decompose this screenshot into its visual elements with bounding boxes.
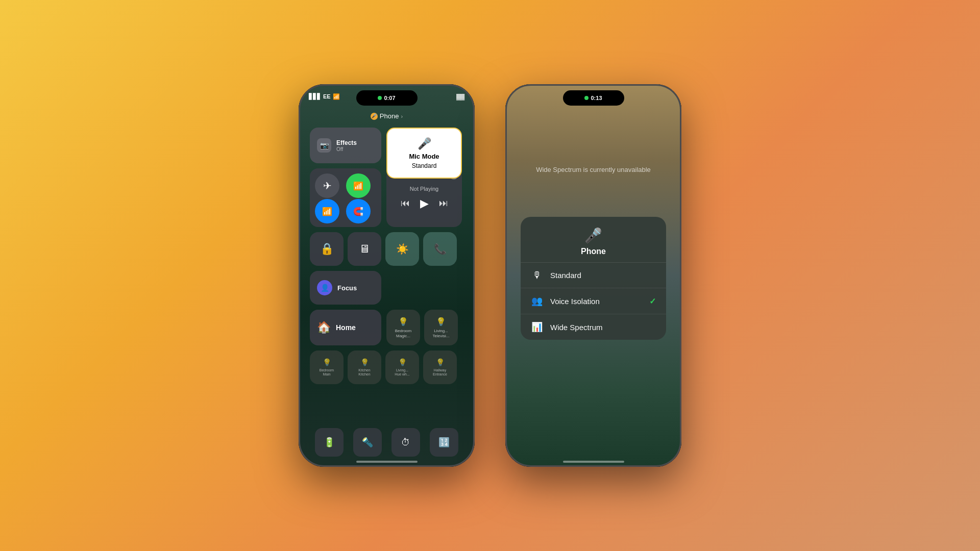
focus-label: Focus [337, 284, 357, 292]
voice-isolation-label: Voice Isolation [550, 297, 642, 306]
mic-mode-subtitle: Standard [412, 162, 437, 169]
bottom-dock: 🔋 🔦 ⏱ 🔢 [310, 428, 463, 457]
fast-forward-button[interactable]: ⏭ [439, 198, 448, 209]
living-tv-button[interactable]: 💡 Living...Televisi... [424, 310, 458, 345]
focus-card[interactable]: 👤 Focus [310, 271, 381, 305]
wide-spectrum-icon: 📊 [531, 321, 543, 333]
bulb-icon-6: 💡 [436, 358, 445, 366]
focus-icon: 👤 [317, 280, 332, 295]
call-indicator: 0:07 [378, 95, 395, 101]
wide-spectrum-option[interactable]: 📊 Wide Spectrum [521, 314, 666, 340]
carrier-name: EE [323, 93, 331, 99]
effects-title: Effects [336, 139, 357, 146]
dynamic-island: 0:07 [356, 90, 418, 106]
media-controls: ⏮ ▶ ⏭ [401, 197, 448, 210]
control-center-grid: 📷 Effects Off 🎤 Mic Mode Standard ✈ 📶 [310, 128, 463, 186]
cellular-button[interactable]: 📶 [346, 173, 371, 198]
calculator-button[interactable]: 🔢 [430, 428, 458, 457]
call-time-right: 0:13 [591, 95, 602, 101]
rewind-button[interactable]: ⏮ [401, 198, 410, 209]
lights-row: 💡 BedroomMain 💡 KitchenKitchen 💡 Living.… [310, 350, 463, 384]
home-icon: 🏠 [317, 321, 331, 334]
wide-spectrum-label: Wide Spectrum [550, 323, 656, 332]
phone-label-bar: 🎤 Phone › [299, 112, 475, 120]
left-phone: ▋▋▋ EE 📶 ▓▓ 0:07 🎤 Phone › [299, 84, 475, 467]
not-playing-label: Not Playing [410, 186, 438, 192]
signal-icon: ▋▋▋ [309, 93, 321, 100]
mic-popup-phone-label: Phone [581, 247, 606, 256]
hallway-entrance-button[interactable]: 💡 HallwayEntrance [423, 350, 457, 384]
right-screen: 0:13 Wide Spectrum is currently unavaila… [505, 84, 681, 467]
effects-text: Effects Off [336, 139, 357, 152]
bedroom-main-label: BedroomMain [320, 368, 334, 377]
hallway-label: HallwayEntrance [433, 368, 447, 377]
bulb-icon-5: 💡 [398, 358, 407, 366]
timer-button[interactable]: ⏱ [391, 428, 420, 457]
standard-label: Standard [550, 271, 656, 280]
battery-dock-button[interactable]: 🔋 [315, 428, 344, 457]
effects-icon: 📷 [317, 138, 331, 153]
home-label: Home [336, 323, 356, 332]
call-active-dot [378, 96, 382, 100]
call-time-left: 0:07 [384, 95, 395, 101]
rotation-lock-button[interactable]: 🔒 [310, 232, 344, 266]
connectivity-toggles: ✈ 📶 📶 🧲 [310, 168, 381, 227]
phone-app-icon: 🎤 [371, 113, 378, 120]
mic-popup-header: 🎤 Phone [521, 217, 666, 263]
right-screen-bg: 0:13 Wide Spectrum is currently unavaila… [505, 84, 681, 467]
unavailable-text: Wide Spectrum is currently unavailable [505, 166, 681, 173]
mic-mode-icon: 🎤 [418, 137, 431, 151]
brightness-button[interactable]: ☀️ [385, 232, 419, 266]
battery-icon: ▓▓ [456, 93, 464, 99]
bulb-icon-2: 💡 [436, 317, 446, 327]
effects-off-card[interactable]: 📷 Effects Off [310, 128, 381, 163]
phone-small-button[interactable]: 📞 [423, 232, 457, 266]
right-home-indicator [563, 461, 624, 463]
kitchen-label: KitchenKitchen [358, 368, 370, 377]
living-hue-button[interactable]: 💡 Living...Hue wh... [385, 350, 419, 384]
mic-mode-popup: 🎤 Phone 🎙 Standard 👥 Voice Isolation ✓ 📊 [521, 217, 666, 340]
right-phone: 0:13 Wide Spectrum is currently unavaila… [505, 84, 681, 467]
bulb-icon-1: 💡 [398, 317, 408, 327]
bedroom-magic-label: BedroomMagic... [395, 329, 411, 338]
mic-mode-title: Mic Mode [409, 153, 439, 160]
status-right: ▓▓ [456, 93, 464, 99]
bedroom-magic-button[interactable]: 💡 BedroomMagic... [386, 310, 420, 345]
home-indicator [356, 461, 418, 463]
effects-subtitle: Off [336, 146, 357, 152]
kitchen-button[interactable]: 💡 KitchenKitchen [348, 350, 381, 384]
bulb-icon-3: 💡 [323, 358, 331, 366]
wifi-button[interactable]: 📶 [315, 199, 339, 223]
unavailable-label: Wide Spectrum is currently unavailable [536, 166, 651, 173]
airplane-mode-button[interactable]: ✈ [315, 173, 339, 198]
screen-mirror-button[interactable]: 🖥 [348, 232, 381, 266]
right-call-dot [584, 96, 589, 100]
home-card[interactable]: 🏠 Home [310, 310, 381, 345]
living-hue-label: Living...Hue wh... [395, 368, 410, 377]
flashlight-button[interactable]: 🔦 [353, 428, 382, 457]
living-tv-label: Living...Televisi... [433, 329, 450, 338]
left-screen-bg: ▋▋▋ EE 📶 ▓▓ 0:07 🎤 Phone › [299, 84, 475, 467]
bulb-icon-4: 💡 [360, 358, 369, 366]
right-dynamic-island: 0:13 [563, 90, 624, 106]
right-call-indicator: 0:13 [584, 95, 602, 101]
bluetooth-button[interactable]: 🧲 [346, 199, 371, 223]
play-button[interactable]: ▶ [420, 197, 429, 210]
voice-isolation-checkmark: ✓ [649, 296, 656, 306]
wifi-icon: 📶 [333, 93, 340, 100]
carrier-info: ▋▋▋ EE 📶 [309, 93, 340, 100]
bedroom-main-button[interactable]: 💡 BedroomMain [310, 350, 344, 384]
left-screen: ▋▋▋ EE 📶 ▓▓ 0:07 🎤 Phone › [299, 84, 475, 467]
voice-isolation-icon: 👥 [531, 295, 543, 307]
phone-app-label: Phone [380, 112, 399, 120]
standard-option[interactable]: 🎙 Standard [521, 263, 666, 288]
mic-mode-card[interactable]: 🎤 Mic Mode Standard [386, 128, 462, 179]
mic-popup-mic-icon: 🎤 [584, 227, 602, 244]
row3-buttons: 🔒 🖥 ☀️ 📞 [310, 232, 463, 266]
voice-isolation-option[interactable]: 👥 Voice Isolation ✓ [521, 288, 666, 314]
scene-buttons: 💡 BedroomMagic... 💡 Living...Televisi... [386, 310, 458, 345]
standard-icon: 🎙 [531, 270, 543, 281]
chevron-right-icon: › [401, 113, 403, 119]
